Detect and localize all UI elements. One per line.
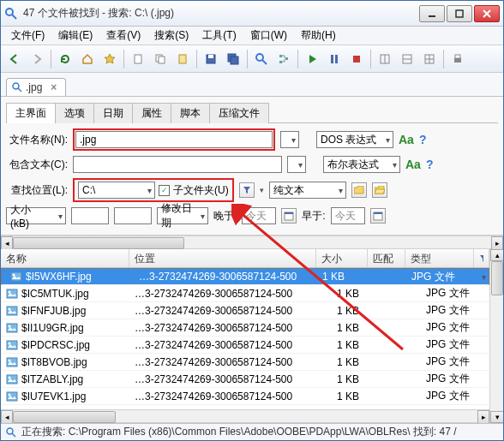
copy-button[interactable]: [150, 49, 171, 69]
menubar: 文件(F) 编辑(E) 查看(V) 搜索(S) 工具(T) 窗口(W) 帮助(H…: [1, 27, 503, 45]
svg-point-48: [9, 359, 11, 361]
subtab-main[interactable]: 主界面: [6, 103, 56, 123]
cell-size: 1 KB: [332, 339, 383, 351]
play-button[interactable]: [302, 49, 322, 69]
menu-search[interactable]: 搜索(S): [149, 27, 194, 45]
scroll-thumb[interactable]: [13, 237, 184, 249]
grid-scroll-right-icon[interactable]: ▸: [477, 410, 489, 423]
expression-dos-select[interactable]: DOS 表达式: [316, 131, 393, 148]
size-min-input[interactable]: [71, 207, 109, 224]
filter-dropdown-icon[interactable]: ▾: [260, 186, 264, 194]
menu-window[interactable]: 窗口(W): [245, 27, 292, 45]
subtab-options[interactable]: 选项: [55, 103, 94, 123]
grid-button[interactable]: [419, 49, 440, 69]
col-type[interactable]: 类型: [405, 249, 474, 267]
case-toggle-2[interactable]: Aa: [405, 158, 421, 171]
date-before-picker[interactable]: [370, 208, 386, 223]
panel-hscroll[interactable]: ◂ ▸: [1, 235, 503, 249]
pause-button[interactable]: [324, 49, 345, 69]
refresh-button[interactable]: [55, 49, 75, 69]
menu-file[interactable]: 文件(F): [6, 27, 50, 45]
print-button[interactable]: [447, 49, 468, 69]
paste-button[interactable]: [172, 49, 193, 69]
results-grid: 名称 位置 大小 匹配 类型 $I5WX6HF.jpg…3-2732474269…: [1, 249, 503, 423]
open-folder-button[interactable]: [372, 182, 387, 198]
search-tab[interactable]: .jpg ×: [6, 78, 66, 96]
table-row[interactable]: $I5WX6HF.jpg…3-2732474269-3006587124-500…: [1, 268, 489, 285]
col-size[interactable]: 大小: [316, 249, 368, 267]
stop-button[interactable]: [346, 49, 367, 69]
home-button[interactable]: [77, 49, 98, 69]
table-row[interactable]: $ITZABLY.jpg…3-2732474269-3006587124-500…: [1, 371, 489, 388]
new-button[interactable]: [128, 49, 148, 69]
grid-scroll-thumb[interactable]: [13, 411, 116, 423]
rows-button[interactable]: [397, 49, 417, 69]
tree-button[interactable]: [273, 49, 294, 69]
table-row[interactable]: $II1U9GR.jpg…3-2732474269-3006587124-500…: [1, 319, 489, 337]
size-max-input[interactable]: [114, 207, 152, 224]
menu-view[interactable]: 查看(V): [101, 27, 146, 45]
menu-tools[interactable]: 工具(T): [197, 27, 241, 45]
expression-plain-select[interactable]: 纯文本: [269, 182, 346, 199]
menu-edit[interactable]: 编辑(E): [53, 27, 98, 45]
grid-hscroll[interactable]: ◂ ▸: [1, 409, 489, 423]
subtab-archive[interactable]: 压缩文件: [209, 103, 269, 123]
table-row[interactable]: $IC5MTUK.jpg…3-2732474269-3006587124-500…: [1, 285, 489, 302]
menu-help[interactable]: 帮助(H): [296, 27, 341, 45]
table-row[interactable]: $IU7EVK1.jpg…3-2732474269-3006587124-500…: [1, 388, 489, 405]
save-all-button[interactable]: [223, 49, 243, 69]
help-button-1[interactable]: ?: [419, 133, 427, 146]
date-after-picker[interactable]: [281, 208, 297, 223]
vscroll-thumb[interactable]: [491, 261, 503, 295]
table-row[interactable]: $IT8BVOB.jpg…3-2732474269-3006587124-500…: [1, 354, 489, 371]
subtab-date[interactable]: 日期: [93, 103, 133, 123]
contains-input[interactable]: [73, 156, 282, 173]
location-select[interactable]: C:\: [78, 182, 155, 199]
contains-dropdown[interactable]: [287, 156, 306, 173]
favorite-button[interactable]: [99, 49, 120, 69]
grid-header: 名称 位置 大小 匹配 类型: [1, 249, 489, 268]
scroll-left-icon[interactable]: ◂: [1, 236, 13, 250]
toolbar: [1, 45, 503, 73]
subtab-script[interactable]: 脚本: [171, 103, 210, 123]
col-name[interactable]: 名称: [1, 249, 129, 267]
case-toggle-1[interactable]: Aa: [399, 133, 414, 146]
size-select[interactable]: 大小 (kB): [6, 207, 66, 224]
grid-vscroll[interactable]: ▴ ▾: [489, 249, 503, 423]
filename-label: 文件名称(N):: [6, 133, 68, 147]
scroll-right-icon[interactable]: ▸: [491, 236, 503, 250]
save-button[interactable]: [201, 49, 221, 69]
minimize-button[interactable]: [419, 5, 445, 22]
svg-rect-9: [179, 55, 186, 63]
filename-input[interactable]: [75, 131, 273, 148]
scroll-up-icon[interactable]: ▴: [490, 249, 503, 261]
filter-button[interactable]: [239, 182, 255, 198]
col-filter-icon[interactable]: [474, 249, 489, 267]
col-match[interactable]: 匹配: [368, 249, 405, 267]
table-row[interactable]: $IPDCRSC.jpg…3-2732474269-3006587124-500…: [1, 337, 489, 354]
nav-forward-button[interactable]: [27, 49, 47, 69]
date-after-input[interactable]: [242, 207, 276, 224]
subfolders-checkbox[interactable]: ✓: [159, 185, 170, 196]
subtab-attrs[interactable]: 属性: [132, 103, 171, 123]
maximize-button[interactable]: [447, 5, 472, 22]
filename-dropdown[interactable]: [280, 131, 299, 148]
close-button[interactable]: [474, 5, 500, 22]
date-before-input[interactable]: [331, 207, 365, 224]
scroll-down-icon[interactable]: ▾: [490, 411, 503, 423]
browse-folder-button[interactable]: [351, 182, 367, 198]
help-button-2[interactable]: ?: [426, 158, 434, 171]
svg-rect-30: [455, 55, 460, 58]
table-row[interactable]: $IFNFJUB.jpg…3-2732474269-3006587124-500…: [1, 302, 489, 319]
col-location[interactable]: 位置: [129, 249, 316, 267]
later-label: 晚于:: [213, 209, 237, 223]
search-button[interactable]: [251, 49, 272, 69]
columns-button[interactable]: [375, 49, 395, 69]
earlier-label: 早于:: [302, 209, 325, 223]
grid-scroll-left-icon[interactable]: ◂: [1, 410, 13, 423]
nav-back-button[interactable]: [4, 49, 25, 69]
moddate-label: 修改日期: [161, 201, 194, 230]
moddate-select[interactable]: 修改日期: [157, 207, 208, 224]
tab-close-icon[interactable]: ×: [51, 81, 57, 93]
expression-bool-select[interactable]: 布尔表达式: [323, 156, 400, 173]
